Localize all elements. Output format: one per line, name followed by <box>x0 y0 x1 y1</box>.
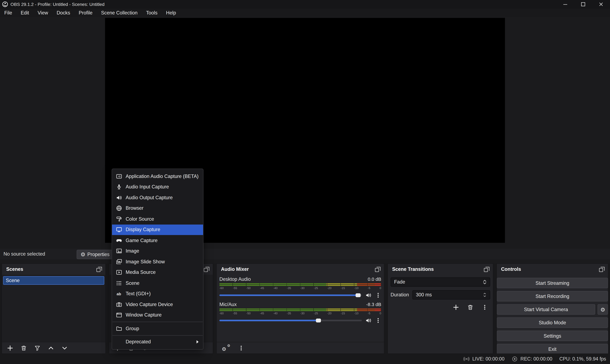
menu-docks[interactable]: Docks <box>52 9 74 17</box>
menu-item-label: Audio Output Capture <box>126 195 173 200</box>
scenes-dock: Scenes Scene <box>1 263 106 354</box>
window-icon <box>116 312 122 318</box>
broadcast-icon <box>463 356 470 362</box>
slideshow-icon <box>116 259 122 265</box>
minimize-button[interactable] <box>556 0 574 9</box>
studio-mode-button[interactable]: Studio Mode <box>497 317 608 328</box>
obs-logo-icon <box>2 1 8 7</box>
add-scene-button[interactable] <box>6 344 14 352</box>
menu-item-label: Scene <box>126 280 139 286</box>
duration-label: Duration <box>391 292 412 298</box>
audio-mixer-header: Audio Mixer <box>217 264 384 275</box>
menu-item-image-slide-show[interactable]: Image Slide Show <box>112 256 203 267</box>
settings-button[interactable]: Settings <box>497 331 608 341</box>
menu-item-browser[interactable]: Browser <box>112 203 203 214</box>
popout-icon[interactable] <box>599 266 605 272</box>
add-transition-button[interactable] <box>452 303 460 312</box>
properties-button[interactable]: ⚙ Properties <box>77 250 113 259</box>
menu-scene-collection[interactable]: Scene Collection <box>97 9 142 17</box>
menu-item-label: Application Audio Capture (BETA) <box>126 173 199 179</box>
window-title: OBS 29.1.2 - Profile: Untitled - Scenes:… <box>11 2 105 7</box>
remove-transition-button[interactable] <box>466 303 474 312</box>
menu-profile[interactable]: Profile <box>74 9 97 17</box>
text-source-icon: ab <box>116 291 122 297</box>
close-button[interactable] <box>592 0 610 9</box>
transition-menu-kebab-icon[interactable] <box>480 303 489 312</box>
mixer-menu-kebab-icon[interactable] <box>237 344 245 352</box>
menu-item-application-audio-capture[interactable]: Application Audio Capture (BETA) <box>112 171 203 182</box>
empty-icon <box>116 339 122 345</box>
controls-title: Controls <box>501 267 521 272</box>
advanced-audio-properties-button[interactable]: ⚙⚙ <box>222 344 230 352</box>
cpu-fps-status: CPU: 0.1%, 59.94 fps <box>559 356 606 362</box>
volume-slider[interactable] <box>219 291 362 299</box>
channel-level: 0.0 dB <box>368 276 381 282</box>
titlebar: OBS 29.1.2 - Profile: Untitled - Scenes:… <box>0 0 610 9</box>
speaker-icon[interactable] <box>365 292 371 298</box>
speaker-icon <box>116 195 122 201</box>
menu-item-group[interactable]: Group <box>112 323 203 334</box>
duration-spinbox[interactable]: 300 ms <box>412 290 490 299</box>
menu-item-audio-input-capture[interactable]: Audio Input Capture <box>112 182 203 192</box>
menu-item-video-capture-device[interactable]: Video Capture Device <box>112 299 203 310</box>
channel-menu-kebab-icon[interactable] <box>375 317 381 323</box>
menu-item-audio-output-capture[interactable]: Audio Output Capture <box>112 192 203 203</box>
menu-item-scene[interactable]: Scene <box>112 278 203 288</box>
scene-filters-button[interactable] <box>33 344 42 352</box>
display-icon <box>116 227 122 233</box>
menu-item-media-source[interactable]: Media Source <box>112 267 203 278</box>
channel-menu-kebab-icon[interactable] <box>375 292 381 298</box>
volume-slider-handle[interactable] <box>316 318 321 322</box>
menu-view[interactable]: View <box>33 9 53 17</box>
menu-tools[interactable]: Tools <box>142 9 162 17</box>
menu-item-image[interactable]: Image <box>112 246 203 256</box>
speaker-icon[interactable] <box>365 317 371 323</box>
popout-icon[interactable] <box>484 266 490 272</box>
menu-file[interactable]: File <box>0 9 16 17</box>
transitions-title: Scene Transitions <box>392 267 434 272</box>
volume-slider-handle[interactable] <box>356 293 361 297</box>
mixer-channel-desktop-audio: Desktop Audio 0.0 dB -60-55-50-45-40-35-… <box>217 275 384 300</box>
menu-edit[interactable]: Edit <box>16 9 33 17</box>
menu-item-text-gdi[interactable]: ab Text (GDI+) <box>112 288 203 299</box>
scene-list-item[interactable]: Scene <box>3 276 104 285</box>
virtual-camera-settings-button[interactable]: ⚙ <box>598 304 608 315</box>
scenes-toolbar <box>2 342 105 353</box>
duration-value: 300 ms <box>416 292 432 298</box>
popout-icon[interactable] <box>203 266 210 272</box>
controls-header: Controls <box>497 264 608 275</box>
start-virtual-camera-button[interactable]: Start Virtual Camera <box>497 304 595 315</box>
volume-slider[interactable] <box>219 316 362 324</box>
preview-area: No source selected ⚙ Properties <box>0 17 610 263</box>
menu-item-color-source[interactable]: Color Source <box>112 214 203 224</box>
folder-icon <box>116 325 122 332</box>
remove-scene-button[interactable] <box>19 344 28 352</box>
menu-item-window-capture[interactable]: Window Capture <box>112 310 203 321</box>
start-streaming-button[interactable]: Start Streaming <box>497 278 608 288</box>
popout-icon[interactable] <box>375 266 381 272</box>
mixer-channel-mic-aux: Mic/Aux -8.3 dB -60-55-50-45-40-35-30-25… <box>217 300 384 325</box>
exit-button[interactable]: Exit <box>497 344 608 353</box>
menu-item-display-capture[interactable]: Display Capture <box>112 224 203 235</box>
menu-help[interactable]: Help <box>162 9 180 17</box>
properties-button-label: Properties <box>87 252 110 257</box>
start-recording-button[interactable]: Start Recording <box>497 291 608 301</box>
menu-item-deprecated[interactable]: Deprecated <box>112 337 203 347</box>
volume-meter <box>219 283 381 286</box>
move-scene-up-button[interactable] <box>47 344 55 352</box>
spinbox-arrows-icon[interactable] <box>482 292 488 298</box>
paint-roller-icon <box>116 216 122 222</box>
source-status-text: No source selected <box>3 251 45 257</box>
move-scene-down-button[interactable] <box>60 344 69 352</box>
menu-item-label: Game Capture <box>126 238 158 243</box>
image-icon <box>116 248 122 254</box>
scene-list-icon <box>116 280 122 286</box>
menu-item-label: Image <box>126 248 139 254</box>
maximize-button[interactable] <box>574 0 592 9</box>
menu-item-game-capture[interactable]: Game Capture <box>112 235 203 246</box>
meter-scale: -60-55-50-45-40-35-30-25-20-15-10-50 <box>219 286 381 290</box>
popout-icon[interactable] <box>96 266 102 272</box>
controls-dock: Controls Start Streaming Start Recording… <box>496 263 609 354</box>
transition-select[interactable]: Fade <box>391 277 490 287</box>
mic-icon <box>116 184 122 190</box>
